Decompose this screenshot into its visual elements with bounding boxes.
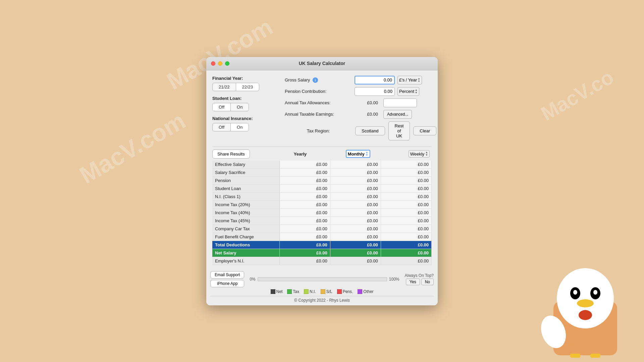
net-weekly: £0.00: [381, 249, 431, 257]
row-yearly: £0.00: [279, 168, 330, 176]
iphone-app-button[interactable]: iPhone App: [210, 280, 244, 287]
tax-region-row: Tax Region: Scotland Rest of UK Clear Ca…: [285, 121, 438, 140]
divider-1: [212, 146, 432, 147]
row-label: Pension: [212, 176, 279, 184]
share-results-button[interactable]: Share Results: [212, 149, 250, 159]
legend-row: Net Tax N.I. S/L Pens. Other: [210, 289, 434, 294]
always-on-top-no-button[interactable]: No: [421, 279, 434, 285]
tax-allowances-value: £0.00: [355, 100, 378, 105]
row-weekly: £0.00: [381, 225, 431, 233]
legend-item-tax: Tax: [287, 289, 299, 294]
net-yearly: £0.00: [279, 249, 330, 257]
financial-year-group: Financial Year: 21/22 22/23: [212, 76, 279, 91]
row-monthly: £0.00: [330, 176, 381, 184]
student-loan-off-button[interactable]: Off: [213, 103, 230, 111]
legend-label: Tax: [293, 289, 299, 294]
svg-point-3: [590, 287, 600, 299]
legend-label: Other: [363, 289, 373, 294]
national-insurance-selector: Off On: [212, 123, 249, 131]
email-support-button[interactable]: Email Support: [210, 271, 244, 279]
pension-label: Pension Contribution:: [285, 89, 352, 94]
always-on-top-buttons: Yes No: [406, 279, 434, 285]
results-section: Share Results Yearly Monthly ▲▼ Weekly: [212, 149, 432, 265]
row-weekly: £0.00: [381, 192, 431, 200]
row-weekly: £0.00: [381, 176, 431, 184]
always-on-top-section: Always On Top? Yes No: [405, 273, 434, 285]
row-yearly: £0.00: [279, 161, 330, 169]
ni-off-button[interactable]: Off: [213, 123, 230, 131]
gross-salary-row: Gross Salary i £'s / Year ▲▼: [285, 76, 438, 84]
row-yearly: £0.00: [279, 208, 330, 217]
monthly-period-select[interactable]: Monthly ▲▼: [346, 150, 370, 158]
legend-item-n.i.: N.I.: [304, 289, 316, 294]
maximize-button[interactable]: [225, 61, 229, 66]
total-monthly: £0.00: [330, 241, 381, 249]
progress-max-label: 100%: [389, 277, 399, 282]
gross-salary-unit-select[interactable]: £'s / Year ▲▼: [397, 76, 422, 84]
legend-item-s/l: S/L: [321, 289, 332, 294]
net-salary-row: Net Salary £0.00 £0.00 £0.00: [212, 249, 432, 257]
row-label: N.I. (Class 1): [212, 192, 279, 200]
monthly-arrows: ▲▼: [366, 151, 368, 157]
national-insurance-group: National Insurance: Off On: [212, 116, 279, 131]
advanced-button[interactable]: Advanced...: [383, 110, 412, 119]
row-weekly: £0.00: [381, 233, 431, 241]
year-21-22-button[interactable]: 21/22: [213, 83, 236, 91]
scotland-button[interactable]: Scotland: [355, 126, 385, 135]
ni-on-button[interactable]: On: [230, 123, 249, 131]
row-weekly: £0.00: [381, 208, 431, 217]
row-monthly: £0.00: [330, 225, 381, 233]
legend-label: Pens.: [343, 289, 353, 294]
always-on-top-yes-button[interactable]: Yes: [406, 279, 420, 285]
svg-point-4: [573, 290, 577, 295]
legend-item-net: Net: [271, 289, 283, 294]
row-monthly: £0.00: [330, 192, 381, 200]
row-label: Company Car Tax: [212, 225, 279, 233]
weekly-period-select[interactable]: Weekly ▲▼: [409, 150, 430, 158]
gross-salary-info-icon[interactable]: i: [313, 77, 318, 83]
row-weekly: £0.00: [381, 168, 431, 176]
row-monthly: £0.00: [330, 208, 381, 217]
year-22-23-button[interactable]: 22/23: [236, 83, 259, 91]
row-label: Student Loan: [212, 184, 279, 192]
row-monthly: £0.00: [330, 233, 381, 241]
row-label: Effective Salary: [212, 161, 279, 169]
close-button[interactable]: [211, 61, 215, 66]
gross-salary-input[interactable]: [355, 76, 395, 84]
copyright: © Copyright 2022 - Rhys Lewis: [210, 296, 434, 303]
row-yearly: £0.00: [279, 176, 330, 184]
legend-item-pens.: Pens.: [337, 289, 353, 294]
pension-unit-select[interactable]: Percent ▲▼: [397, 87, 419, 96]
row-yearly: £0.00: [279, 192, 330, 200]
table-row: Income Tax (40%) £0.00 £0.00 £0.00: [212, 208, 432, 217]
results-header: Share Results Yearly Monthly ▲▼ Weekly: [212, 149, 432, 159]
minimize-button[interactable]: [218, 61, 222, 66]
employer-ni-yearly: £0.00: [279, 257, 330, 265]
tax-allowances-row: Annual Tax Allowances: £0.00: [285, 99, 438, 107]
tax-allowances-input[interactable]: [383, 99, 417, 107]
pension-input[interactable]: [355, 87, 395, 96]
footer: Email Support iPhone App 0% 100% Always …: [206, 269, 438, 305]
table-row: Company Car Tax £0.00 £0.00 £0.00: [212, 225, 432, 233]
employer-ni-row: Employer's N.I. £0.00 £0.00 £0.00: [212, 257, 432, 265]
row-monthly: £0.00: [330, 217, 381, 225]
table-row: Salary Sacrifice £0.00 £0.00 £0.00: [212, 168, 432, 176]
progress-section: 0% 100%: [250, 277, 399, 282]
rest-of-uk-button[interactable]: Rest of UK: [388, 121, 410, 140]
row-label: Salary Sacrifice: [212, 168, 279, 176]
clear-button[interactable]: Clear: [413, 126, 436, 135]
student-loan-on-button[interactable]: On: [230, 103, 249, 111]
national-insurance-label: National Insurance:: [212, 116, 279, 121]
student-loan-label: Student Loan:: [212, 96, 279, 101]
gross-salary-label: Gross Salary i: [285, 77, 352, 83]
progress-min-label: 0%: [250, 277, 255, 282]
legend-item-other: Other: [358, 289, 373, 294]
row-weekly: £0.00: [381, 200, 431, 208]
right-panel: Gross Salary i £'s / Year ▲▼ Pension Con…: [285, 76, 438, 143]
row-monthly: £0.00: [330, 161, 381, 169]
net-label: Net Salary: [212, 249, 279, 257]
row-yearly: £0.00: [279, 217, 330, 225]
svg-point-5: [593, 290, 597, 295]
footer-top: Email Support iPhone App 0% 100% Always …: [210, 271, 434, 287]
student-loan-group: Student Loan: Off On: [212, 96, 279, 111]
